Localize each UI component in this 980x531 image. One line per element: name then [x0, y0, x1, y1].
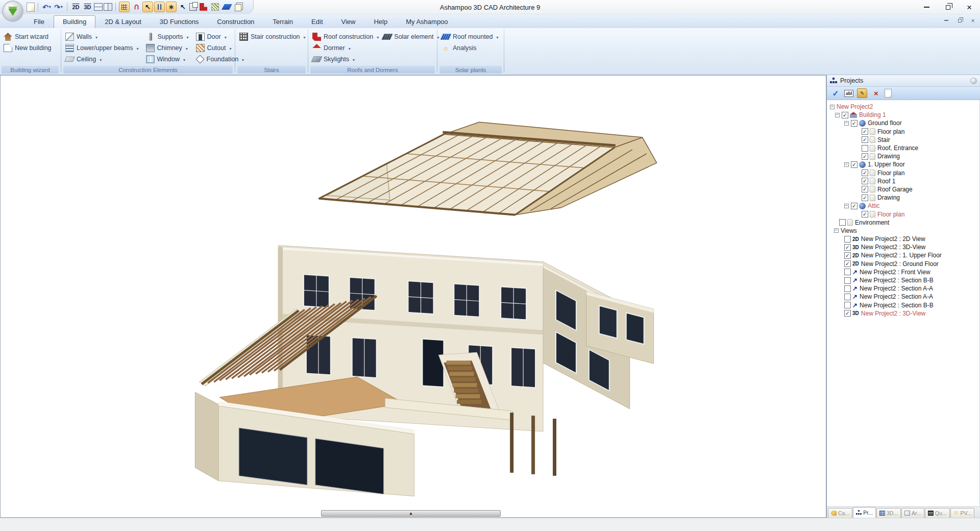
- tree-item[interactable]: Ground floor: [844, 119, 979, 127]
- tree-item[interactable]: 2D New Project2 : 1. Upper Floor: [844, 251, 979, 259]
- panel-tab-projects[interactable]: Pr...: [853, 507, 876, 518]
- minimize-button[interactable]: [916, 0, 937, 14]
- lower-upper-beams-button[interactable]: Lower/upper beams: [64, 42, 140, 54]
- tree-item[interactable]: 2D New Project2 : 2D View: [844, 235, 979, 243]
- tab-edit[interactable]: Edit: [302, 15, 332, 28]
- edit-project-icon[interactable]: ✎: [857, 88, 867, 98]
- tree-checkbox[interactable]: [862, 145, 868, 152]
- tree-item[interactable]: New Project2: [830, 103, 979, 111]
- tree-checkbox[interactable]: [851, 161, 857, 168]
- 2d-view-icon[interactable]: 2D: [70, 2, 81, 12]
- walls-button[interactable]: Walls: [64, 31, 140, 42]
- tree-item[interactable]: 2D New Project2 : Ground Floor: [844, 260, 979, 268]
- application-menu-button[interactable]: [2, 1, 23, 22]
- start-wizard-button[interactable]: Start wizard: [2, 31, 58, 42]
- child-minimize-button[interactable]: [942, 17, 950, 24]
- tree-item[interactable]: ↗ New Project2 : Front View: [844, 268, 979, 276]
- tree-expander-icon[interactable]: [834, 228, 839, 233]
- toolbar-separator[interactable]: [67, 3, 67, 11]
- ceiling-button[interactable]: Ceiling: [64, 54, 140, 65]
- tree-item[interactable]: 1. Upper floor: [844, 160, 979, 168]
- tab-2d-layout[interactable]: 2D & Layout: [95, 15, 151, 28]
- restore-button[interactable]: [937, 0, 959, 14]
- hatch-icon[interactable]: [210, 2, 220, 12]
- tree-item[interactable]: Floor plan: [862, 128, 979, 136]
- tree-item[interactable]: Attic: [844, 202, 979, 210]
- tree-checkbox[interactable]: [862, 128, 868, 135]
- tree-item[interactable]: Views: [834, 227, 979, 235]
- new-building-button[interactable]: New building: [2, 42, 58, 54]
- tab-3d-functions[interactable]: 3D Functions: [151, 15, 208, 28]
- analysis-button[interactable]: Analysis: [440, 42, 501, 54]
- tree-item[interactable]: Roof, Entrance: [862, 144, 979, 152]
- split-horizontal-icon[interactable]: [94, 3, 103, 11]
- tree-item[interactable]: Drawing: [862, 152, 979, 160]
- tree-item[interactable]: 3D New Project2 : 3D-View: [844, 243, 979, 251]
- snap-magnet-icon[interactable]: ⊃: [131, 2, 141, 12]
- new-drawing-icon[interactable]: [27, 3, 35, 12]
- roof-tool-icon[interactable]: [198, 2, 209, 12]
- roof-mounted-button[interactable]: Roof mounted: [440, 31, 501, 42]
- tree-item[interactable]: ↗ New Project2 : Section B-B: [844, 276, 979, 284]
- tree-checkbox[interactable]: [862, 178, 868, 184]
- tree-checkbox[interactable]: [862, 153, 868, 160]
- tree-checkbox[interactable]: [844, 252, 851, 259]
- split-vertical-icon[interactable]: [104, 3, 112, 11]
- transfer-window-icon[interactable]: [189, 3, 197, 11]
- skylights-button[interactable]: Skylights: [311, 54, 380, 65]
- tree-expander-icon[interactable]: [844, 162, 849, 167]
- tab-construction[interactable]: Construction: [208, 15, 263, 28]
- 3d-viewport[interactable]: ▲: [0, 75, 826, 518]
- new-document-icon[interactable]: [885, 89, 892, 98]
- 3d-view-icon[interactable]: 3D: [82, 2, 93, 12]
- toolbar-separator[interactable]: [115, 3, 116, 11]
- select-elements-icon[interactable]: ↖: [142, 2, 153, 12]
- tab-terrain[interactable]: Terrain: [263, 15, 302, 28]
- tree-checkbox[interactable]: [844, 285, 851, 292]
- roof-blue-icon[interactable]: [222, 2, 232, 12]
- layers-icon[interactable]: [233, 2, 244, 12]
- tree-item[interactable]: Roof 1: [862, 177, 979, 185]
- rename-icon[interactable]: abl: [844, 90, 853, 97]
- tree-checkbox[interactable]: [844, 302, 851, 308]
- tree-item[interactable]: ↗ New Project2 : Section A-A: [844, 284, 979, 293]
- tree-item[interactable]: Building 1: [835, 111, 979, 119]
- redo-icon[interactable]: ↷: [53, 2, 64, 12]
- tree-expander-icon[interactable]: [844, 121, 849, 126]
- tree-item[interactable]: 3D New Project2 : 3D-View: [844, 309, 979, 318]
- tab-view[interactable]: View: [332, 15, 365, 28]
- supports-button[interactable]: Supports: [144, 31, 190, 42]
- tree-checkbox[interactable]: [862, 170, 868, 176]
- panel-tab-catalog[interactable]: Ca...: [828, 508, 852, 518]
- tree-checkbox[interactable]: [862, 136, 868, 143]
- stair-construction-button[interactable]: Stair construction: [238, 31, 307, 42]
- tree-expander-icon[interactable]: [830, 105, 835, 109]
- toolbar-separator[interactable]: [38, 3, 38, 11]
- panel-pin-icon[interactable]: [970, 78, 977, 84]
- tree-checkbox[interactable]: [851, 120, 857, 127]
- snap-points-icon[interactable]: ∗: [166, 2, 177, 12]
- panel-tab-quantities[interactable]: Qu...: [925, 508, 950, 518]
- tree-checkbox[interactable]: [844, 294, 851, 300]
- viewport-collapse-handle[interactable]: ▲: [321, 510, 501, 517]
- solar-element-button[interactable]: Solar element: [381, 31, 440, 42]
- tree-item[interactable]: ↗ New Project2 : Section A-A: [844, 293, 979, 301]
- tree-checkbox[interactable]: [842, 112, 848, 118]
- tab-help[interactable]: Help: [364, 15, 397, 28]
- tree-item[interactable]: Floor plan: [862, 169, 979, 177]
- cursor-icon[interactable]: ↖: [178, 2, 188, 12]
- tab-building[interactable]: Building: [54, 15, 95, 28]
- panel-tab-3d[interactable]: 3D...: [876, 508, 901, 518]
- tree-checkbox[interactable]: [862, 195, 868, 201]
- tab-my-ashampoo[interactable]: My Ashampoo: [397, 15, 457, 28]
- tree-checkbox[interactable]: [844, 244, 851, 251]
- panel-tab-areas[interactable]: Ar...: [901, 508, 924, 518]
- tree-item[interactable]: ↗ New Project2 : Section B-B: [844, 301, 979, 309]
- delete-icon[interactable]: ×: [871, 88, 881, 98]
- tree-checkbox[interactable]: [851, 203, 857, 209]
- tree-expander-icon[interactable]: [844, 204, 849, 208]
- tree-checkbox[interactable]: [844, 269, 851, 275]
- panel-tab-pv[interactable]: PV...: [950, 508, 975, 518]
- tree-checkbox[interactable]: [862, 186, 868, 192]
- dormer-button[interactable]: Dormer: [311, 42, 380, 54]
